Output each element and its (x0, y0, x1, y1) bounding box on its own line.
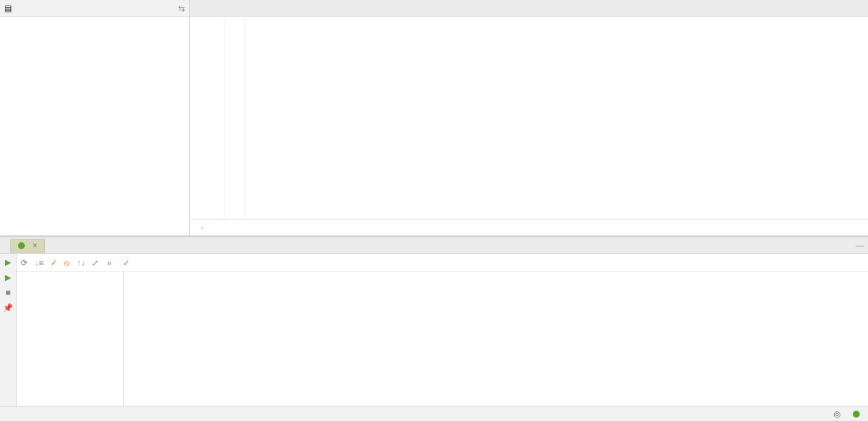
project-icon: ▤ (4, 3, 12, 13)
status-bar: ◎ (0, 406, 868, 421)
test-pass-icon[interactable]: ✓ (50, 258, 57, 268)
test-history-icon[interactable]: ⟳ (21, 258, 28, 268)
project-tree[interactable] (0, 17, 189, 235)
project-sidebar: ▤ ⇆ (0, 0, 190, 235)
editor-tabs-bar[interactable] (190, 0, 868, 17)
pin-button[interactable]: 📌 (3, 302, 14, 313)
code-pane (190, 17, 868, 219)
tests-passed-icon: ✓ (123, 258, 130, 268)
project-header[interactable]: ▤ ⇆ (0, 0, 189, 17)
test-toolbar: ⟳ ↓≡ ✓ ⦸ ↑↓ ⤢ » ✓ (17, 254, 868, 272)
jrebel-led-icon (853, 411, 860, 418)
run-toolbar: ▶ ▶ ■ 📌 (0, 254, 17, 406)
breadcrumb-sep: › (201, 223, 204, 233)
run-status-icon (18, 242, 25, 249)
event-log-button[interactable]: ◎ (833, 409, 843, 419)
project-collapse-icon[interactable]: ⇆ (178, 3, 185, 13)
test-tree[interactable] (17, 272, 124, 406)
run-config-tab[interactable]: × (10, 239, 45, 253)
editor-area: › (190, 0, 868, 235)
test-expand-icon[interactable]: ⤢ (92, 258, 99, 268)
jrebel-button[interactable] (853, 411, 862, 418)
close-icon[interactable]: × (32, 241, 37, 251)
test-fail-icon[interactable]: ⦸ (64, 258, 70, 268)
run-minimize-icon[interactable]: — (856, 241, 864, 251)
test-filter-icon[interactable]: ↓≡ (35, 258, 44, 268)
code-lines[interactable] (245, 17, 868, 219)
run-debug-button[interactable]: ▶ (3, 272, 14, 283)
gutter-icons[interactable] (224, 17, 245, 219)
rerun-button[interactable]: ▶ (3, 257, 14, 268)
line-number-gutter[interactable] (190, 17, 224, 219)
stop-button[interactable]: ■ (3, 287, 14, 298)
test-sort-icon[interactable]: ↑↓ (77, 258, 85, 268)
run-panel: × — ▶ ▶ ■ 📌 ⟳ ↓≡ ✓ ⦸ ↑↓ ⤢ » ✓ (0, 235, 868, 406)
console-output[interactable] (124, 272, 868, 406)
breadcrumb[interactable]: › (190, 219, 868, 235)
run-header: × — (0, 237, 868, 254)
